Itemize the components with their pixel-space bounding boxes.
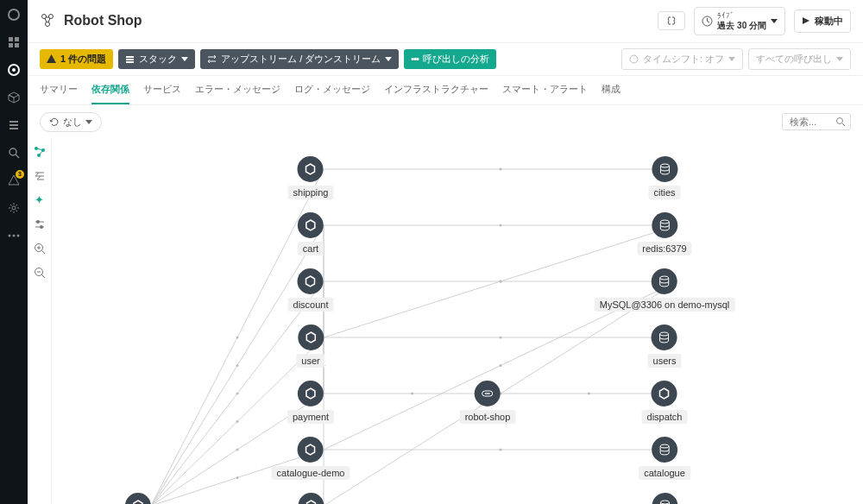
nav-alert-icon[interactable]: 3 — [6, 173, 22, 188]
svg-rect-1 — [9, 37, 13, 41]
nav-dashboard-icon[interactable] — [6, 35, 22, 50]
tool-tune[interactable] — [32, 217, 47, 232]
node-ratings[interactable]: ratings — [291, 493, 330, 504]
node-label: users — [648, 354, 682, 368]
node-discount[interactable]: discount — [288, 268, 334, 312]
node-nginx[interactable]: nginx-web — [111, 493, 165, 504]
svg-marker-107 — [134, 501, 142, 504]
tab-5[interactable]: インフラストラクチャー — [384, 76, 488, 104]
svg-line-31 — [39, 150, 43, 155]
node-cart[interactable]: cart — [298, 212, 324, 255]
node-icon — [652, 324, 677, 350]
svg-rect-22 — [126, 59, 134, 60]
svg-point-106 — [660, 501, 669, 504]
node-catdemo[interactable]: catalogue-demo — [272, 437, 350, 480]
refresh-icon — [49, 117, 60, 127]
svg-point-14 — [42, 15, 47, 19]
svg-line-37 — [41, 250, 45, 254]
node-label: catalogue — [639, 466, 690, 480]
node-robotshop[interactable]: robot-shop — [460, 381, 516, 424]
arrow-icon: ••• — [411, 54, 419, 64]
node-icon — [125, 493, 151, 504]
node-ratings2[interactable]: ratings — [645, 493, 683, 504]
svg-point-96 — [660, 332, 669, 336]
node-cities[interactable]: cities — [648, 156, 680, 199]
tab-4[interactable]: ログ・メッセージ — [294, 76, 370, 104]
svg-point-25 — [837, 118, 843, 124]
svg-line-19 — [48, 18, 50, 22]
tab-7[interactable]: 構成 — [602, 76, 620, 104]
node-icon — [298, 381, 324, 406]
svg-point-48 — [236, 392, 239, 394]
svg-line-41 — [41, 274, 45, 278]
node-label: catalogue-demo — [272, 466, 350, 480]
issues-pill[interactable]: 1 件の問題 — [40, 49, 113, 69]
tool-map[interactable]: ✦ — [32, 192, 47, 208]
stack-icon — [125, 54, 135, 64]
node-label: robot-shop — [460, 410, 516, 424]
node-users[interactable]: users — [648, 324, 682, 368]
nav-apps-icon[interactable] — [6, 62, 22, 78]
allcalls-pill[interactable]: すべての呼び出し — [748, 48, 851, 70]
node-label: MySQL@3306 on demo-mysql — [595, 298, 735, 312]
svg-point-60 — [500, 224, 502, 226]
node-icon — [298, 324, 324, 350]
svg-point-104 — [660, 444, 669, 448]
nav-more-icon[interactable] — [6, 228, 22, 243]
timeshift-pill[interactable]: タイムシフト: オフ — [621, 48, 743, 70]
link-button[interactable] — [658, 11, 685, 30]
svg-point-52 — [236, 448, 239, 450]
svg-point-80 — [500, 448, 502, 450]
node-shipping[interactable]: shipping — [288, 156, 334, 199]
app-icon — [40, 13, 55, 28]
analyze-pill[interactable]: ••• 呼び出しの分析 — [404, 49, 496, 69]
tool-zoom-in[interactable] — [32, 241, 47, 256]
svg-point-78 — [588, 392, 590, 394]
svg-marker-91 — [306, 220, 315, 230]
node-icon — [298, 156, 324, 182]
page-title: Robot Shop — [64, 13, 142, 28]
canvas-toolbar: ✦ — [28, 139, 52, 504]
node-dispatch[interactable]: dispatch — [642, 381, 688, 424]
svg-line-9 — [16, 154, 19, 158]
svg-point-35 — [40, 225, 43, 229]
nav-stack-icon[interactable] — [6, 117, 22, 133]
nav-magnify-icon[interactable] — [6, 145, 22, 161]
nav-logo[interactable] — [6, 7, 22, 22]
stack-pill[interactable]: スタック — [118, 49, 195, 69]
time-range-button[interactable]: ﾗｲﾌﾞ過去 30 分間 — [694, 7, 785, 35]
node-redis[interactable]: redis:6379 — [637, 212, 691, 255]
node-catalogue[interactable]: catalogue — [639, 437, 690, 480]
node-user[interactable]: user — [296, 324, 324, 368]
node-payment[interactable]: payment — [287, 381, 334, 424]
node-icon — [652, 437, 677, 463]
svg-point-46 — [236, 364, 239, 367]
clock-icon — [629, 54, 639, 64]
tab-1[interactable]: 依存関係 — [91, 76, 129, 104]
nav-settings-icon[interactable] — [6, 200, 22, 216]
node-label: user — [296, 354, 324, 368]
tab-3[interactable]: エラー・メッセージ — [195, 76, 280, 104]
tab-2[interactable]: サービス — [143, 76, 181, 104]
svg-point-0 — [9, 9, 19, 20]
node-label: payment — [287, 410, 334, 424]
tab-6[interactable]: スマート・アラート — [502, 76, 588, 104]
node-icon — [475, 381, 501, 406]
stream-pill[interactable]: アップストリーム / ダウンストリーム — [200, 49, 399, 69]
svg-point-15 — [49, 15, 54, 19]
svg-point-16 — [46, 22, 50, 27]
dependency-canvas[interactable]: shippingcitiescartredis:6379discountMySQ… — [52, 139, 863, 504]
svg-point-72 — [411, 392, 413, 394]
filter-none[interactable]: なし — [40, 112, 102, 132]
svg-line-26 — [842, 123, 845, 126]
tab-0[interactable]: サマリー — [40, 76, 78, 104]
svg-point-70 — [500, 280, 502, 282]
tool-flow[interactable] — [32, 168, 47, 184]
nav-cube-icon[interactable] — [6, 90, 22, 105]
tool-graph[interactable] — [32, 144, 47, 160]
chevron-down-icon — [385, 57, 392, 61]
node-mysql[interactable]: MySQL@3306 on demo-mysql — [595, 268, 735, 312]
status-button[interactable]: 稼動中 — [794, 9, 851, 33]
svg-point-100 — [487, 393, 488, 394]
tool-zoom-out[interactable] — [32, 265, 47, 280]
